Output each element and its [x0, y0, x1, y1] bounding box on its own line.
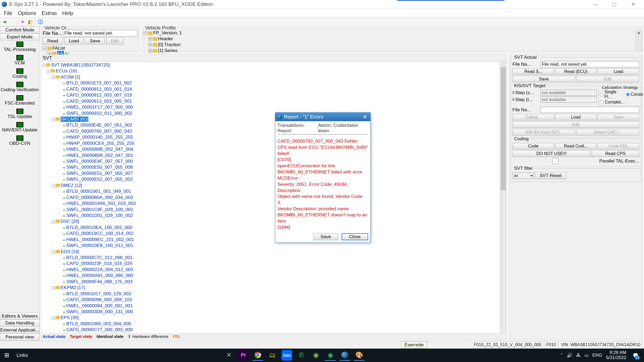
svt-node[interactable]: ● SWFL_00001D01_029_100_002: [42, 213, 505, 219]
radio-single-flash[interactable]: [600, 93, 603, 97]
mode-tsl-update[interactable]: TSL-Update: [0, 108, 39, 121]
svt-read-svt-button[interactable]: Read S...: [513, 68, 554, 75]
svt-node[interactable]: ● HWEL_000009EC_101_002_001: [42, 237, 505, 243]
svt-node[interactable]: ● HWEL_0000019A6_001_019_003: [42, 201, 505, 206]
dialog-close-icon[interactable]: ✕: [362, 114, 368, 120]
tool-icon-2[interactable]: ◧: [27, 19, 34, 25]
svt-node[interactable]: ● SWFL_00001C9F_029_100_002: [42, 207, 505, 213]
mode-coding[interactable]: Coding: [0, 67, 39, 81]
svt-node[interactable]: −SVT [WBA3B11050J734720]: [42, 62, 505, 68]
svt-node[interactable]: ● CAFD_00000C77_000_003_000: [42, 327, 505, 333]
svt-node[interactable]: ● CAFD_00000B0A_000_034_003: [42, 195, 505, 201]
close-button[interactable]: ✕: [624, 0, 642, 9]
taskbar-whatsapp-icon[interactable]: ✆: [296, 350, 307, 361]
vo-edit-button[interactable]: Edit: [106, 38, 123, 45]
svt-node[interactable]: ● HWEL_0000022A_004_012_003: [42, 267, 505, 273]
svt-scrollbar[interactable]: [500, 62, 506, 333]
svt-node[interactable]: ● HWAP_00000140_255_255_255: [42, 134, 505, 140]
taskbar-app-1[interactable]: ✕: [224, 350, 234, 361]
svt-node[interactable]: ● BTLD_00000C7C_012_068_001: [42, 255, 505, 261]
taskbar-esys-icon[interactable]: [339, 350, 350, 361]
svt-node[interactable]: ● HWEL_00000094_000_001_001: [42, 303, 505, 309]
kis-load-button[interactable]: Load: [555, 114, 597, 120]
start-button[interactable]: ⊞: [0, 352, 13, 359]
svt-node[interactable]: −EPS [30]: [42, 315, 505, 321]
svt-node[interactable]: ● CAFD_00000911_003_001_014: [42, 86, 505, 92]
vo-save-button[interactable]: Save: [85, 38, 105, 45]
svt-load-button[interactable]: Load: [598, 68, 639, 75]
svt-node[interactable]: −BKOMBI [60]: [42, 116, 505, 122]
svt-read-ecu-button[interactable]: Read (ECU): [555, 68, 597, 75]
help-icon[interactable]: ⓘ: [37, 19, 44, 25]
vo-load-button[interactable]: Load: [64, 38, 84, 45]
mode-fsc-extended[interactable]: FSC-Extended: [0, 94, 39, 108]
vp-scrollbar[interactable]: ▲: [636, 30, 642, 51]
taskbar-premiere-icon[interactable]: Pr: [238, 350, 249, 361]
dialog-save-button[interactable]: Save: [313, 233, 338, 240]
read-coding-button[interactable]: Read Codi...: [555, 143, 597, 149]
svt-node[interactable]: ● SWFL_000003D8_000_131_000: [42, 309, 505, 315]
taskbar-app-2[interactable]: ◉: [310, 350, 321, 361]
svt-node[interactable]: ● BTLD_00000E4E_007_051_002: [42, 122, 505, 128]
vp-row[interactable]: +[0] Traction: [144, 42, 641, 48]
svt-node[interactable]: ● CAFD_0000023F_016_016_029: [42, 261, 505, 267]
taskbar-chrome-icon[interactable]: [253, 350, 263, 361]
svt-node[interactable]: ● HWEL_0000088B_002_047_004: [42, 146, 505, 152]
tray-notifications-icon[interactable]: 💬11: [630, 350, 641, 361]
svt-node[interactable]: ● SWFL_00000E51_007_055_007: [42, 171, 505, 176]
tool-icon-1[interactable]: ✦: [19, 19, 26, 25]
svt-node[interactable]: −EKPM2 [17]: [42, 285, 505, 291]
istep-ship-input[interactable]: [540, 90, 597, 96]
tray-clock[interactable]: 9:28 AM 5/31/2022: [606, 350, 626, 360]
vo-read-button[interactable]: Read: [43, 38, 63, 45]
radio-construction[interactable]: [626, 93, 630, 97]
mode-vcm[interactable]: VCM: [0, 54, 39, 67]
hw-ids-button[interactable]: HW-IDs from SVT...: [513, 129, 575, 135]
taskbar-evernote-icon[interactable]: ◉: [325, 350, 336, 361]
accordion-editors-viewers[interactable]: Editors & Viewers: [0, 313, 39, 320]
taskbar-paint-icon[interactable]: 🎨: [354, 350, 365, 361]
maximize-button[interactable]: ▢: [605, 0, 624, 9]
svt-save-button[interactable]: Save: [513, 76, 575, 82]
svt-node[interactable]: ● CAFD_000019CC_100_014_002: [42, 231, 505, 237]
svt-node[interactable]: ● BTLD_00001089_003_004_000: [42, 321, 505, 327]
mode-tal-processing[interactable]: TAL-Processing: [0, 40, 39, 54]
tray-volume-icon[interactable]: 🔊: [567, 353, 572, 358]
accordion-personal-view[interactable]: Personal view: [0, 334, 39, 341]
tray-chevron-up-icon[interactable]: ˄: [561, 353, 563, 358]
taskbar-links[interactable]: Links: [13, 353, 31, 358]
svt-node[interactable]: −ACSM [1]: [42, 74, 505, 80]
svt-node[interactable]: ● BTLD_000010EA_100_002_000: [42, 225, 505, 231]
menu-help[interactable]: Help: [60, 9, 76, 17]
svt-tree[interactable]: −SVT [WBA3B11050J734720]−ECUs (16)−ACSM …: [41, 62, 506, 339]
taskbar-zalo-icon[interactable]: Zalo: [281, 350, 292, 361]
disconnect-icon[interactable]: [9, 19, 16, 25]
istep-target-input[interactable]: [540, 97, 597, 103]
kis-edit-button[interactable]: Edit: [513, 121, 639, 128]
svt-node[interactable]: −DSC [29]: [42, 219, 505, 224]
svt-filter-select[interactable]: All: [513, 172, 534, 179]
code-button[interactable]: Code: [513, 143, 554, 149]
minimize-button[interactable]: —: [586, 0, 605, 9]
svt-node[interactable]: ● HWEL_00001F17_007_000_000: [42, 104, 505, 110]
accordion-expert-mode[interactable]: Expert Mode: [0, 34, 39, 40]
accordion-comfort-mode[interactable]: Comfort Mode: [0, 27, 39, 34]
code-fdl-button[interactable]: Code FDL: [598, 143, 639, 149]
mode-nav-ent-update[interactable]: NAV/ENT-Update: [0, 121, 39, 134]
tray-lang[interactable]: ENG: [592, 353, 602, 358]
falist-root[interactable]: − FAList: [43, 46, 138, 51]
svt-node[interactable]: ● HWAP_00000CE4_255_255_255: [42, 141, 505, 146]
kis-file-input[interactable]: [540, 107, 639, 113]
accordion-data-handling[interactable]: Data Handling: [0, 320, 39, 327]
svt-edit-button[interactable]: Edit: [576, 76, 639, 82]
mode-coding-verification[interactable]: Coding-Verification: [0, 81, 39, 94]
kis-calculate-button[interactable]: Calcul...: [513, 114, 554, 120]
mode-obd-cvn[interactable]: OBD-CVN: [0, 134, 39, 148]
svt-node[interactable]: −DME2 [12]: [42, 183, 505, 189]
svt-node[interactable]: ● BTLD_00001901_001_049_001: [42, 189, 505, 194]
vo-file-input[interactable]: [63, 30, 138, 36]
svt-node[interactable]: ● BTLD_00001E73_007_001_002: [42, 80, 505, 86]
svt-node[interactable]: ● SWFL_00000910_011_000_002: [42, 110, 505, 116]
vp-row[interactable]: +Header: [144, 36, 641, 42]
svt-node[interactable]: ● SWFL_00000E4F_007_057_000: [42, 158, 505, 164]
